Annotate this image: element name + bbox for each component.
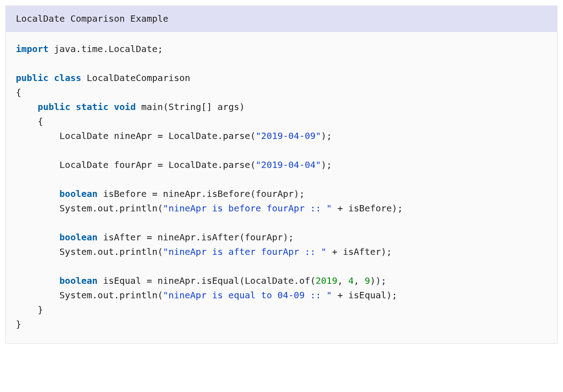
code-token bbox=[70, 101, 76, 112]
code-token bbox=[48, 72, 54, 83]
code-token: 2019 bbox=[315, 275, 337, 286]
code-token: , bbox=[354, 275, 365, 286]
code-token: "nineApr is equal to 04-09 :: " bbox=[163, 290, 332, 301]
code-token: "nineApr is before fourApr :: " bbox=[163, 203, 332, 214]
code-token: class bbox=[54, 72, 81, 83]
code-token: import bbox=[16, 43, 48, 54]
code-block-title: LocalDate Comparison Example bbox=[6, 6, 557, 32]
code-token: static bbox=[76, 101, 108, 112]
code-token: 4 bbox=[348, 275, 354, 286]
code-token: public bbox=[16, 72, 48, 83]
code-token: "nineApr is after fourApr :: " bbox=[163, 246, 326, 257]
code-token: boolean bbox=[59, 232, 97, 243]
code-token: public bbox=[38, 101, 70, 112]
code-token: "2019-04-04" bbox=[256, 159, 321, 170]
code-token bbox=[109, 101, 114, 112]
code-block-container: LocalDate Comparison Example import java… bbox=[5, 5, 558, 344]
code-token: , bbox=[337, 275, 348, 286]
code-token: void bbox=[114, 101, 136, 112]
code-block-body: import java.time.LocalDate; public class… bbox=[6, 32, 557, 343]
code-token: boolean bbox=[59, 275, 97, 286]
code-token: java.time.LocalDate; bbox=[48, 43, 163, 54]
code-token: 9 bbox=[365, 275, 370, 286]
code-token: boolean bbox=[59, 188, 97, 199]
code-token: "2019-04-09" bbox=[256, 130, 321, 141]
code-token: isEqual = nineApr.isEqual(LocalDate.of( bbox=[98, 275, 316, 286]
